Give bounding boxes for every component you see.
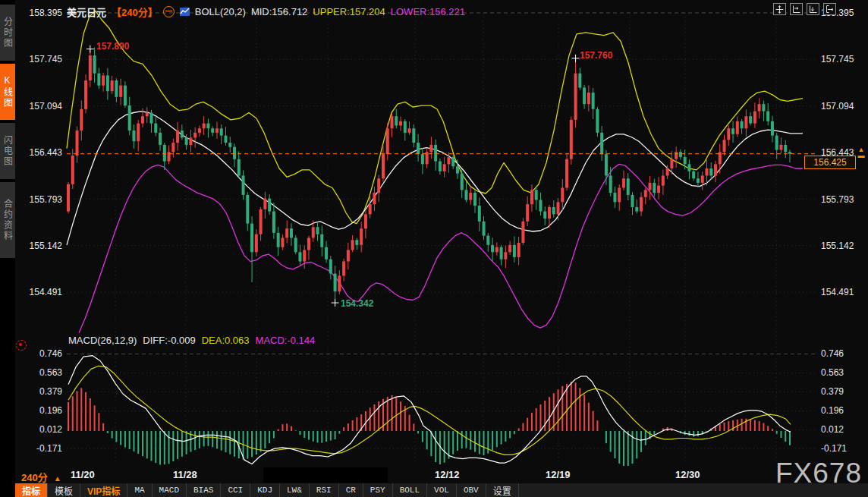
pan-tool-icon[interactable] [773, 3, 786, 15]
chart-canvas[interactable] [0, 0, 868, 497]
price-axis-label: 158.395 [17, 8, 62, 18]
macd-axis-label: -0.171 [17, 443, 62, 454]
toolbar-item-cci[interactable]: CCI [221, 483, 250, 497]
macd-title: MACD(26,12,9) [68, 335, 137, 346]
high-price-annotation: 157.760 [580, 50, 612, 61]
macd-axis-label: 0.196 [821, 405, 866, 416]
date-axis-label: 11/28 [173, 469, 197, 480]
price-axis-label: 154.491 [17, 287, 62, 297]
macd-axis-label: 0.012 [821, 424, 866, 435]
price-axis-label: 157.745 [821, 54, 866, 64]
toolbar-item-indicator[interactable]: 指标 [15, 483, 48, 497]
timeframe-label: 240分 [21, 472, 48, 483]
sidebar-item-timeline-chart[interactable]: 分时图 [0, 5, 15, 61]
boll-mid-readout: MID:156.712 [251, 6, 307, 17]
toolbar-item-psy[interactable]: PSY [363, 483, 393, 497]
sidebar-item-label: 闪电图 [2, 135, 14, 167]
macd-axis-label: 0.563 [17, 367, 62, 378]
last-price-box: 156.425 [804, 156, 856, 169]
macd-axis-label: 0.379 [17, 386, 62, 397]
symbol-title: 美元日元 [67, 5, 106, 19]
macd-dea-readout: DEA:0.063 [202, 335, 250, 346]
price-axis-label: 157.094 [821, 101, 866, 112]
alert-arrow: ▲ [858, 146, 865, 153]
toolbar-item-boll[interactable]: BOLL [393, 483, 427, 497]
macd-axis-label: 0.012 [17, 424, 62, 435]
collapse-indicator-icon[interactable] [163, 6, 175, 17]
sidebar: 分时图 K线图 闪电图 合约资料 [0, 0, 15, 497]
price-alert-icon[interactable]: ▲▬ [857, 146, 866, 159]
boll-indicator-label: BOLL(20,2) [195, 6, 246, 17]
chart-application-window: { "header": { "symbol": "美元日元", "period"… [0, 0, 868, 497]
toolbar-item-template[interactable]: 模板 [48, 483, 80, 497]
sidebar-item-label: K线图 [2, 75, 14, 109]
fit-x-axis-icon[interactable] [790, 3, 803, 15]
price-axis-label: 154.491 [821, 287, 866, 297]
sidebar-item-label: 分时图 [2, 17, 14, 49]
exit-chart-icon[interactable] [823, 3, 836, 15]
price-axis-label: 155.142 [821, 241, 866, 251]
chart-tool-buttons [773, 3, 836, 15]
macd-axis-label: 0.563 [821, 367, 866, 378]
date-axis-label: 12/12 [435, 469, 460, 480]
toolbar-item-macd[interactable]: MACD [153, 483, 187, 497]
date-axis-label: 11/20 [71, 469, 95, 480]
toolbar-item-kdj[interactable]: KDJ [250, 483, 280, 497]
period-label: 【240分】 [112, 5, 158, 19]
indicator-toolbar: 指标 模板 VIP指标 MA MACD BIAS CCI KDJ LW& RSI… [15, 483, 868, 497]
toolbar-item-rsi[interactable]: RSI [310, 483, 339, 497]
macd-macd-readout: MACD:-0.144 [256, 335, 316, 346]
chevron-up-icon: ▲ [54, 474, 61, 483]
redacted-date-label [263, 467, 388, 483]
price-axis-label: 157.745 [17, 54, 62, 64]
boll-upper-readout: UPPER:157.204 [313, 6, 385, 17]
low-price-annotation: 154.342 [341, 298, 373, 309]
macd-axis-label: 0.196 [17, 405, 62, 416]
macd-header: MACD(26,12,9) DIFF:-0.009 DEA:0.063 MACD… [68, 335, 315, 346]
toolbar-item-bias[interactable]: BIAS [187, 483, 221, 497]
sidebar-item-lightning-chart[interactable]: 闪电图 [0, 123, 15, 179]
toolbar-item-obv[interactable]: OBV [457, 483, 486, 497]
high-price-annotation: 157.890 [96, 41, 129, 52]
fit-y-axis-icon[interactable] [807, 3, 819, 15]
alarm-dot-icon [16, 340, 27, 351]
price-axis-label: 155.793 [821, 194, 866, 205]
macd-axis-label: 0.379 [821, 386, 866, 397]
sidebar-item-label: 合约资料 [2, 199, 14, 241]
toolbar-item-vip-indicator[interactable]: VIP指标 [80, 483, 127, 497]
price-axis-label: 155.142 [17, 241, 62, 251]
price-axis-label: 156.443 [17, 147, 62, 158]
toolbar-item-cr[interactable]: CR [339, 483, 363, 497]
toolbar-item-lw[interactable]: LW& [280, 483, 310, 497]
chart-header: 美元日元 【240分】 BOLL(20,2) MID:156.712 UPPER… [67, 5, 465, 18]
boll-lower-readout: LOWER:156.221 [391, 6, 465, 17]
price-axis-label: 155.793 [17, 194, 62, 205]
chart-type-icon [180, 7, 190, 17]
toolbar-item-settings[interactable]: 设置 [486, 483, 519, 497]
toolbar-item-vol[interactable]: VOL [427, 483, 457, 497]
macd-axis-label: 0.746 [821, 348, 866, 359]
macd-diff-readout: DIFF:-0.009 [143, 335, 195, 346]
price-axis-label: 157.094 [17, 101, 62, 112]
date-axis-label: 12/19 [546, 469, 571, 480]
sidebar-item-contract-info[interactable]: 合约资料 [0, 182, 15, 258]
toolbar-item-ma[interactable]: MA [127, 483, 152, 497]
date-axis-label: 12/30 [675, 469, 700, 480]
sidebar-item-kline-chart[interactable]: K线图 [0, 64, 15, 120]
macd-axis-label: -0.171 [821, 443, 866, 454]
timeframe-selector[interactable]: 240分▲ [21, 470, 61, 484]
